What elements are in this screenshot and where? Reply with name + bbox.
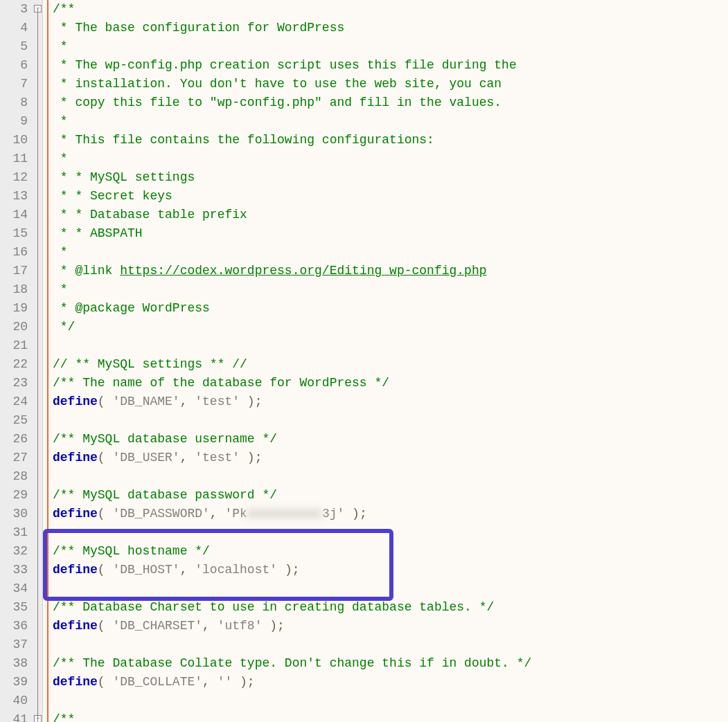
code-line[interactable]: *	[47, 112, 728, 131]
code-token: );	[240, 451, 262, 464]
code-token: * The base configuration for WordPress	[53, 21, 344, 35]
code-line[interactable]: define( 'DB_USER', 'test' );	[47, 449, 728, 467]
code-line[interactable]: define( 'DB_COLLATE', '' );	[47, 673, 728, 692]
code-token: * * Secret keys	[53, 189, 172, 203]
code-token: define	[53, 675, 98, 689]
line-number: 20	[0, 318, 28, 336]
code-line[interactable]: /**	[47, 0, 728, 19]
code-token: // ** MySQL settings ** //	[53, 357, 247, 371]
code-token: 'test'	[195, 451, 240, 464]
code-token: (	[98, 451, 113, 464]
code-token: * @package WordPress	[53, 301, 210, 315]
line-number: 41	[0, 710, 28, 722]
code-line[interactable]: *	[47, 243, 728, 262]
code-line[interactable]: * * Secret keys	[47, 187, 728, 206]
code-token: );	[240, 395, 262, 408]
line-number: 18	[0, 280, 28, 299]
line-number: 3	[0, 0, 28, 19]
code-token: ,	[180, 395, 195, 408]
code-token: /** The name of the database for WordPre…	[53, 376, 389, 390]
code-line[interactable]	[47, 635, 728, 654]
fold-guide-line	[37, 8, 38, 722]
line-number: 25	[0, 411, 28, 430]
code-token: (	[98, 507, 113, 521]
code-token: ,	[202, 675, 217, 689]
line-number: 15	[0, 224, 28, 243]
line-number: 5	[0, 37, 28, 56]
code-line[interactable]: * copy this file to "wp-config.php" and …	[47, 93, 728, 112]
code-token: );	[344, 507, 366, 521]
code-token: * * Database table prefix	[53, 208, 247, 222]
code-token: /**	[53, 712, 75, 722]
code-line[interactable]: /** MySQL database password */	[47, 486, 728, 505]
line-number: 6	[0, 56, 28, 75]
code-line[interactable]: /** The Database Collate type. Don't cha…	[47, 654, 728, 673]
code-line[interactable]: define( 'DB_PASSWORD', 'Pkxxxxxxxxxx3j' …	[47, 505, 728, 523]
code-token: 'Pk	[224, 507, 247, 521]
code-line[interactable]: * * Database table prefix	[47, 206, 728, 224]
code-line[interactable]: *	[47, 280, 728, 299]
code-line[interactable]	[47, 467, 728, 486]
code-token: 'DB_COLLATE'	[112, 675, 202, 689]
line-number: 14	[0, 206, 28, 224]
line-number: 21	[0, 336, 28, 355]
code-line[interactable]: * The wp-config.php creation script uses…	[47, 56, 728, 75]
code-token: );	[262, 619, 284, 633]
code-token: * * MySQL settings	[53, 170, 195, 184]
code-line[interactable]: define( 'DB_HOST', 'localhost' );	[47, 561, 728, 579]
code-token: define	[53, 619, 98, 633]
code-line[interactable]: *	[47, 150, 728, 168]
code-line[interactable]: * @link https://codex.wordpress.org/Edit…	[47, 262, 728, 280]
code-token: * This file contains the following confi…	[53, 133, 434, 147]
code-line[interactable]: * The base configuration for WordPress	[47, 19, 728, 37]
code-token: ,	[210, 507, 225, 521]
code-editor[interactable]: 3456789101112131415161718192021222324252…	[0, 0, 728, 722]
line-number: 22	[0, 355, 28, 374]
code-token: 'DB_HOST'	[112, 563, 179, 577]
code-token: *	[53, 39, 68, 53]
line-number: 40	[0, 692, 28, 710]
code-line[interactable]: * This file contains the following confi…	[47, 131, 728, 150]
code-line[interactable]: /**	[47, 710, 728, 722]
code-token: );	[232, 675, 254, 689]
line-number: 31	[0, 523, 28, 542]
code-line[interactable]	[47, 579, 728, 598]
code-area[interactable]: /** * The base configuration for WordPre…	[43, 0, 728, 722]
code-line[interactable]: * installation. You don't have to use th…	[47, 75, 728, 93]
line-number: 11	[0, 150, 28, 168]
code-token: 'DB_CHARSET'	[112, 619, 202, 633]
code-line[interactable]	[47, 523, 728, 542]
code-line[interactable]: /** MySQL database username */	[47, 430, 728, 449]
code-token: * The wp-config.php creation script uses…	[53, 58, 517, 72]
code-line[interactable]	[47, 692, 728, 710]
code-token: (	[98, 395, 113, 408]
code-line[interactable]: *	[47, 37, 728, 56]
line-number: 33	[0, 561, 28, 579]
code-token: (	[98, 619, 113, 633]
code-token: define	[53, 451, 98, 464]
code-line[interactable]	[47, 336, 728, 355]
code-token: * @link	[53, 264, 120, 278]
line-number: 37	[0, 635, 28, 654]
code-line[interactable]: define( 'DB_NAME', 'test' );	[47, 392, 728, 411]
code-token: /** MySQL database password */	[53, 488, 277, 502]
line-number: 27	[0, 449, 28, 467]
code-token: (	[98, 675, 113, 689]
code-line[interactable]: */	[47, 318, 728, 336]
line-number: 32	[0, 542, 28, 561]
code-line[interactable]: /** The name of the database for WordPre…	[47, 374, 728, 392]
code-line[interactable]: // ** MySQL settings ** //	[47, 355, 728, 374]
line-number: 7	[0, 75, 28, 93]
code-token: *	[53, 152, 68, 165]
code-line[interactable]: define( 'DB_CHARSET', 'utf8' );	[47, 617, 728, 635]
code-token: 'localhost'	[195, 563, 277, 577]
code-line[interactable]: /** MySQL hostname */	[47, 542, 728, 561]
code-token: define	[53, 395, 98, 408]
code-line[interactable]	[47, 411, 728, 430]
code-line[interactable]: * * MySQL settings	[47, 168, 728, 187]
code-line[interactable]: * * ABSPATH	[47, 224, 728, 243]
code-line[interactable]: * @package WordPress	[47, 299, 728, 318]
code-line[interactable]: /** Database Charset to use in creating …	[47, 598, 728, 617]
code-token: 'DB_PASSWORD'	[112, 507, 209, 521]
code-token: /**	[53, 2, 75, 16]
